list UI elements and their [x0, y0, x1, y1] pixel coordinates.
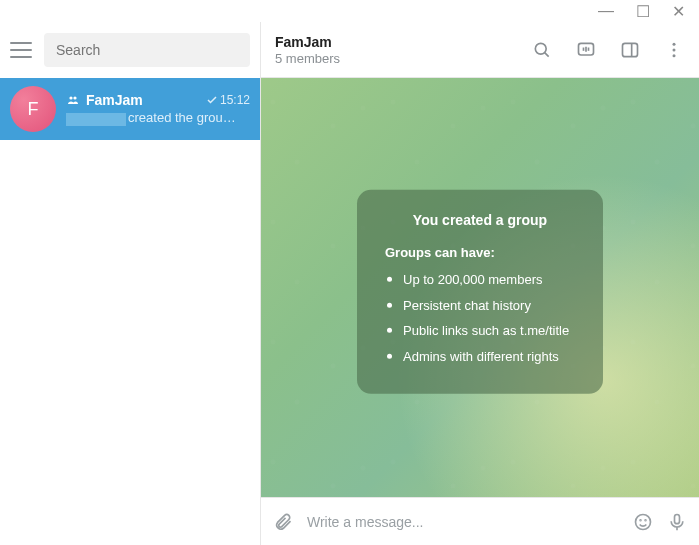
svg-point-1	[73, 97, 76, 100]
close-button[interactable]: ✕	[672, 2, 685, 21]
composer	[261, 497, 699, 545]
search-field[interactable]	[56, 42, 238, 58]
info-item: Public links such as t.me/title	[387, 321, 577, 341]
svg-line-3	[545, 52, 549, 56]
info-item: Up to 200,000 members	[387, 270, 577, 290]
info-headline: You created a group	[383, 209, 577, 230]
svg-point-13	[636, 514, 651, 529]
check-icon	[206, 94, 218, 106]
svg-point-14	[640, 519, 641, 520]
chat-header: FamJam 5 members	[261, 22, 699, 78]
window-titlebar: — ☐ ✕	[0, 0, 699, 22]
more-icon[interactable]	[663, 39, 685, 61]
svg-rect-16	[675, 514, 680, 523]
search-input[interactable]	[44, 33, 250, 67]
group-info-box: You created a group Groups can have: Up …	[357, 189, 603, 394]
svg-point-0	[69, 97, 72, 100]
chat-subtitle: 5 members	[275, 51, 521, 66]
info-item: Persistent chat history	[387, 295, 577, 315]
emoji-icon[interactable]	[633, 512, 653, 532]
avatar: F	[10, 86, 56, 132]
info-subhead: Groups can have:	[385, 242, 577, 262]
chat-area: You created a group Groups can have: Up …	[261, 78, 699, 497]
svg-point-2	[535, 43, 546, 54]
maximize-button[interactable]: ☐	[636, 2, 650, 21]
chat-name: FamJam	[86, 92, 200, 108]
microphone-icon[interactable]	[667, 512, 687, 532]
chat-time: 15:12	[206, 93, 250, 107]
group-icon	[66, 94, 80, 106]
sidebar: F FamJam 15:12 created the grou…	[0, 22, 261, 545]
menu-icon[interactable]	[10, 42, 32, 58]
info-item: Admins with different rights	[387, 346, 577, 366]
attach-icon[interactable]	[273, 512, 293, 532]
svg-rect-8	[623, 43, 638, 56]
svg-point-11	[673, 48, 676, 51]
chat-title[interactable]: FamJam	[275, 34, 521, 50]
svg-point-12	[673, 54, 676, 57]
side-panel-icon[interactable]	[619, 39, 641, 61]
message-input[interactable]	[307, 514, 619, 530]
minimize-button[interactable]: —	[598, 2, 614, 20]
chat-preview: created the grou…	[66, 110, 250, 125]
search-icon[interactable]	[531, 39, 553, 61]
svg-point-10	[673, 42, 676, 45]
voice-chat-icon[interactable]	[575, 39, 597, 61]
svg-point-15	[645, 519, 646, 520]
chat-list-item[interactable]: F FamJam 15:12 created the grou…	[0, 78, 260, 140]
